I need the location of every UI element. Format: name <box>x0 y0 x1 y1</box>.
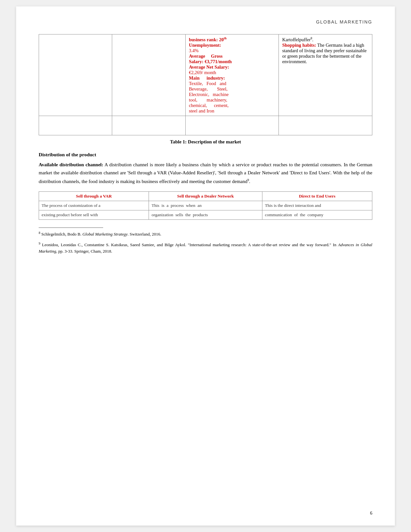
industry-list-6: steel and Iron <box>189 108 214 113</box>
dist-cell-2-3: communication of the company <box>262 210 372 220</box>
dist-cell-1-1: The process of customization of a <box>39 201 149 210</box>
avg-net-salary-label: Average Net Salary: <box>189 64 229 70</box>
available-label: Available distribution channel: <box>39 162 103 167</box>
kartoffelpuffer-text: Kartoffelpuffer8. <box>282 36 369 43</box>
table-cell-col2-row1 <box>112 34 185 116</box>
dist-cell-1-2: This is a process when an <box>149 201 262 210</box>
dist-row-1: The process of customization of a This i… <box>39 201 372 210</box>
unemployment-label: Unemployment: <box>189 43 221 48</box>
industry-list-4: tool, machinery, <box>189 97 227 102</box>
dist-header-dealer: Sell through a Dealer Network <box>149 192 262 201</box>
dist-cell-2-2: organization sells the products <box>149 210 262 220</box>
main-industry-label: Main industry: <box>189 75 225 81</box>
industry-list-1: Textile, Food and <box>189 81 226 86</box>
footnote-9-sup: 9 <box>39 242 40 245</box>
table-caption: Table 1: Description of the market <box>39 139 372 145</box>
table-empty-row-col2 <box>112 116 185 135</box>
unemployment-value: 3.4% <box>189 48 199 53</box>
dist-header-direct: Direct to End Users <box>262 192 372 201</box>
dist-cell-2-1: existing product before sell with <box>39 210 149 220</box>
avg-net-salary-value: €2,269/ month <box>189 70 216 75</box>
page-number: 6 <box>370 511 372 516</box>
shopping-habits-label: Shopping habits: <box>282 43 316 48</box>
table-cell-col4-content: Kartoffelpuffer8. Shopping habits: The G… <box>279 34 372 116</box>
distribution-paragraph: Available distribution channel: A distri… <box>39 161 372 186</box>
business-rank-label: business rank: 20th <box>189 37 227 42</box>
avg-gross-label: Average Gross <box>189 53 223 59</box>
dist-cell-1-3: This is the direct interaction and <box>262 201 372 210</box>
table-cell-col3-content: business rank: 20th Unemployment: 3.4% A… <box>185 34 279 116</box>
table-empty-row-col4 <box>279 116 372 135</box>
table-empty-row-col3 <box>185 116 279 135</box>
distribution-table: Sell through a VAR Sell through a Dealer… <box>39 191 372 220</box>
distribution-heading: Distribution of the product <box>39 152 372 158</box>
footnote-9-title: Advances in Global Marketing <box>39 242 372 254</box>
footnote-8: 8 Schlegelmilch, Bodo B. Global Marketin… <box>39 230 372 237</box>
table-empty-row-col1 <box>39 116 112 135</box>
market-table: business rank: 20th Unemployment: 3.4% A… <box>39 34 372 135</box>
footnote-9: 9 Leonidou, Leonidas C., Constantine S. … <box>39 241 372 255</box>
salary-label: Salary: €3,771/month <box>189 59 232 64</box>
industry-list-5: chemical, cement, <box>189 103 229 108</box>
header-title: GLOBAL MARKETING <box>316 19 372 24</box>
footnote-divider <box>39 227 103 228</box>
table-cell-col1-row1 <box>39 34 112 116</box>
page: GLOBAL MARKETING business rank: 20th Une… <box>16 6 395 526</box>
footnote-8-title: Global Marketing Strategy <box>83 232 128 237</box>
footnote-8-sup: 8 <box>39 231 40 235</box>
industry-list-3: Electronic, machine <box>189 92 229 97</box>
dist-row-2: existing product before sell with organi… <box>39 210 372 220</box>
page-header: GLOBAL MARKETING <box>39 19 372 24</box>
dist-header-var: Sell through a VAR <box>39 192 149 201</box>
available-end: . <box>249 179 250 184</box>
industry-list-2: Beverage, Steel, <box>189 86 228 92</box>
